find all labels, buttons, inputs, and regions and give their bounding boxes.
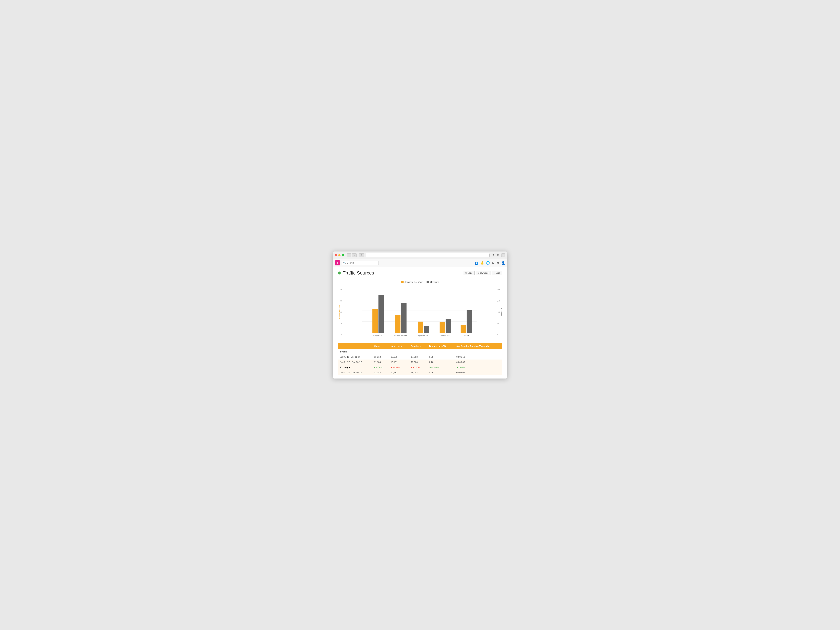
bar-label-google: Google.com <box>373 335 382 336</box>
row-label-jun: Jun 01 '16 - Jun 30 '16 <box>338 360 372 365</box>
table-row: Jun 01 '16 - Jun 30 '16 11,184 10,181 18… <box>338 360 502 365</box>
bar-loginlive-sessions <box>424 326 429 333</box>
y-axis-left-ticks: 80 60 40 20 0 <box>340 289 343 336</box>
legend-sessions: Sessions <box>426 281 439 283</box>
page-header: Traffic Sources ✉ Send ↓ Download ▸ More <box>338 270 502 276</box>
search-box: 🔍 <box>342 261 379 265</box>
settings-icon[interactable]: ⚙ <box>492 261 494 265</box>
triangle-up-icon <box>374 367 376 368</box>
bar-google-spu <box>373 309 378 333</box>
change-avg-indicator: 1.00% <box>456 366 465 369</box>
change-label: % change <box>338 365 372 370</box>
search-input[interactable] <box>347 262 374 264</box>
chart-legend: Sessions Per User Sessions <box>338 281 502 283</box>
bar-loginlive-spu <box>418 322 423 333</box>
search-icon: 🔍 <box>343 262 346 264</box>
cell-bounce-jun: 0.76 <box>427 360 454 365</box>
change-new-users: -0.93% <box>388 365 409 370</box>
download-icon: ↓ <box>478 272 479 274</box>
bar-label-accountlive: account.live.com <box>394 335 407 336</box>
col-header-avg-session: Avg Session Duration(Seconds) <box>454 343 502 349</box>
browser-toolbar-actions: ⬆ ⧉ + <box>491 253 505 257</box>
url-bar[interactable] <box>366 253 489 257</box>
cell-new-users-jun: 10,181 <box>388 360 409 365</box>
triangle-up-icon <box>456 367 458 368</box>
bar-accountlive-sessions <box>401 303 407 333</box>
download-button[interactable]: ↓ Download <box>475 271 491 275</box>
col-header-bounce-rate: Bounce rate (%) <box>427 343 454 349</box>
bar-tco-sessions <box>467 310 472 333</box>
cell-bounce-jun2: 0.76 <box>427 370 454 375</box>
col-header-users: Users <box>372 343 388 349</box>
profile-icon[interactable]: 👤 <box>501 261 505 265</box>
cell-bounce-jul: 1.39 <box>427 354 454 360</box>
new-tab-button[interactable]: + <box>501 253 505 257</box>
y-axis-right-ticks: 200 150 100 50 0 <box>496 289 500 336</box>
pink-plus-button[interactable]: + <box>335 261 340 265</box>
browser-titlebar: ‹ › ⊡ ⬆ ⧉ + <box>333 251 507 259</box>
legend-label-sessions: Sessions <box>430 281 439 283</box>
globe-icon[interactable]: 🌐 <box>486 261 490 265</box>
col-header-sessions: Sessions <box>409 343 427 349</box>
change-users-indicator: 0.30% <box>374 366 382 369</box>
triangle-down-icon <box>391 367 392 368</box>
col-header-new-users: New Users <box>388 343 409 349</box>
legend-label-spu: Sessions Per User <box>404 281 423 283</box>
toolbar2-icons: 👥 🔔 🌐 ⚙ ▦ 👤 <box>475 261 505 265</box>
close-button[interactable] <box>335 254 337 256</box>
legend-color-sessions <box>426 281 429 283</box>
bar-lastpass-spu <box>440 322 445 333</box>
cell-sessions-jun2: 18,008 <box>409 370 427 375</box>
cell-avg-jun: 00:06:06 <box>454 360 502 365</box>
users-icon[interactable]: 👥 <box>475 261 478 265</box>
back-button[interactable]: ‹ <box>347 253 351 257</box>
cell-users-jun2: 11,184 <box>372 370 388 375</box>
layout-icon[interactable]: ▦ <box>496 261 499 265</box>
bar-google-sessions <box>379 295 384 333</box>
share-icon[interactable]: ⬆ <box>491 253 495 257</box>
browser-toolbar2: + 🔍 👥 🔔 🌐 ⚙ ▦ 👤 <box>333 259 507 267</box>
bell-icon[interactable]: 🔔 <box>480 261 484 265</box>
cell-users-jul: 11,218 <box>372 354 388 360</box>
action-buttons: ✉ Send ↓ Download ▸ More <box>463 271 502 275</box>
page-title: Traffic Sources <box>343 270 374 276</box>
send-button[interactable]: ✉ Send <box>463 271 475 275</box>
legend-color-spu <box>401 281 404 283</box>
cell-sessions-jul: 17,993 <box>409 354 427 360</box>
bar-accountlive-spu <box>395 315 401 333</box>
sidebar-toggle[interactable]: ⊡ <box>359 253 364 257</box>
table-group-google: google <box>338 349 502 354</box>
table-row-change: % change 0.30% -0.93% <box>338 365 502 370</box>
row-label-jun2: Jun 01 '16 - Jun 30 '16 <box>338 370 372 375</box>
group-label-google: google <box>338 349 502 354</box>
bar-lastpass-sessions <box>446 319 451 333</box>
nav-buttons: ‹ › <box>347 253 357 257</box>
send-icon: ✉ <box>465 272 467 274</box>
table-row: Jun 01 '16 - Jun 30 '16 11,184 10,181 18… <box>338 370 502 375</box>
change-sessions-indicator: -0.08% <box>411 366 420 369</box>
table-row: Jul 01 '16 - Jul 31 '16 11,218 10,086 17… <box>338 354 502 360</box>
bar-label-tco: t.co.com <box>463 335 469 336</box>
y-axis-left-label: Sessions Per User <box>338 289 340 336</box>
change-users: 0.30% <box>372 365 388 370</box>
triangle-down-icon <box>411 367 413 368</box>
table-header-row: Users New Users Sessions Bounce rate (%)… <box>338 343 502 349</box>
cell-sessions-jun: 18,008 <box>409 360 427 365</box>
y-axis-right-label: Sessions <box>500 289 502 336</box>
chart-svg: Google.com account.live.com login.live.c… <box>343 286 496 338</box>
change-avg: 1.00% <box>454 365 502 370</box>
cell-avg-jul: 00:06:13 <box>454 354 502 360</box>
browser-window: ‹ › ⊡ ⬆ ⧉ + + 🔍 👥 🔔 🌐 ⚙ ▦ 👤 <box>333 251 507 379</box>
chart-container: Sessions Per User Sessions Sessions Per … <box>338 279 502 340</box>
page-title-group: Traffic Sources <box>338 270 374 276</box>
bar-tco-spu <box>461 325 466 333</box>
forward-button[interactable]: › <box>352 253 357 257</box>
traffic-lights <box>335 254 344 256</box>
duplicate-icon[interactable]: ⧉ <box>496 253 500 257</box>
bar-label-loginlive: login.live.com <box>418 335 428 336</box>
main-content: Traffic Sources ✉ Send ↓ Download ▸ More <box>333 267 507 379</box>
maximize-button[interactable] <box>342 254 344 256</box>
change-bounce: 82.89% <box>427 365 454 370</box>
minimize-button[interactable] <box>338 254 341 256</box>
more-button[interactable]: ▸ More <box>492 271 502 275</box>
